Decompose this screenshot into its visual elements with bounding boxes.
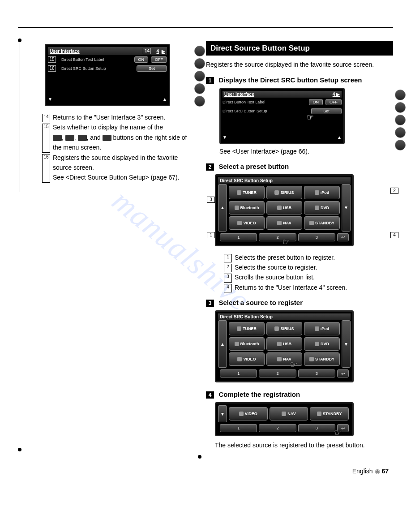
standby-icon [309, 221, 314, 225]
source-button-video[interactable]: VIDEO [229, 407, 268, 420]
timeline-dot-right [198, 455, 201, 459]
step-4: 4 Complete the registration ▼ VIDEO NAV … [206, 390, 393, 450]
side-icon[interactable] [194, 71, 205, 82]
screen-user-interface-4: User Interface 14 4 ▶ 15 Direct Button T… [45, 44, 170, 106]
source-button-tuner[interactable]: TUNER [229, 322, 265, 335]
preset-2[interactable]: 2 [259, 424, 296, 432]
source-button-nav[interactable]: NAV [266, 216, 302, 230]
scroll-down-button[interactable]: ▼ [342, 184, 351, 232]
side-icon[interactable] [194, 83, 205, 94]
return-button[interactable]: ↩ [337, 369, 349, 378]
set-button[interactable]: Set [137, 65, 167, 72]
side-icon-column [395, 90, 406, 150]
source-button-ipod[interactable]: iPod [304, 322, 340, 335]
preset-3[interactable]: 3 [298, 424, 335, 432]
screen-direct-src-setup: Direct SRC Button Setup ▲ TUNER SIRIUS i… [215, 310, 354, 382]
menu-icon [78, 135, 87, 141]
desc-2: 2Selects the source to register. [224, 262, 393, 272]
source-button-standby[interactable]: STANDBY [304, 352, 340, 366]
nav-up-icon[interactable]: ▲ [163, 97, 167, 102]
globe-icon: ◉ [375, 468, 380, 475]
source-button-bluetooth[interactable]: Bluetooth [229, 337, 265, 351]
screen-title: User Interface [224, 92, 254, 97]
side-icon[interactable] [395, 127, 406, 138]
menu-icon [53, 135, 62, 141]
left-section: User Interface 14 4 ▶ 15 Direct Button T… [20, 41, 193, 192]
num-2: 2 [224, 264, 232, 272]
side-icon[interactable] [395, 115, 406, 125]
side-icon[interactable] [194, 96, 205, 107]
nav-down-icon[interactable]: ▼ [48, 97, 52, 102]
nav-down-icon[interactable]: ▼ [223, 135, 227, 140]
tuner-icon [237, 326, 241, 331]
page-indicator: 4 [156, 49, 159, 54]
preset-3[interactable]: 3 [298, 369, 335, 378]
side-icon[interactable] [194, 46, 205, 56]
side-icon[interactable] [395, 90, 406, 100]
text-4: Returns to the "User Interface 4" screen… [235, 283, 393, 292]
label-direct-button: Direct Button Text Label [61, 57, 132, 62]
text-15: Sets whether to display the name of the … [53, 122, 193, 152]
screen-title: Direct SRC Button Setup [220, 314, 273, 319]
dvd-icon [315, 206, 319, 210]
source-button-usb[interactable]: USB [266, 201, 302, 215]
right-column: Direct Source Button Setup Registers the… [206, 41, 393, 450]
source-button-bluetooth[interactable]: Bluetooth [229, 201, 265, 215]
source-button-sirius[interactable]: SIRIUS [266, 186, 302, 199]
text-2: Selects the source to register. [235, 262, 393, 272]
preset-1[interactable]: 1 [220, 233, 257, 241]
row-direct-button-text-label: 15 Direct Button Text Label ON OFF [48, 55, 167, 64]
source-button-sirius[interactable]: SIRIUS [266, 322, 302, 335]
scroll-down-button[interactable]: ▼ [218, 405, 227, 422]
source-button-video[interactable]: VIDEO [229, 352, 265, 366]
num-14: 14 [42, 114, 50, 122]
figure-step2-screen: 3 1 2 4 Direct SRC Button Setup ▲ TUNER [215, 174, 393, 246]
off-button[interactable]: OFF [325, 99, 342, 105]
source-button-nav[interactable]: NAV [270, 407, 308, 420]
section-intro: Registers the source displayed in the fa… [206, 60, 393, 69]
side-icon[interactable] [395, 140, 406, 150]
label: Direct SRC Button Setup [223, 109, 308, 113]
menu-icon [103, 135, 111, 141]
side-icon[interactable] [194, 58, 205, 69]
source-button-video[interactable]: VIDEO [229, 216, 265, 230]
dvd-icon [315, 342, 319, 346]
scroll-down-button[interactable]: ▼ [342, 320, 351, 368]
bluetooth-icon [235, 206, 239, 210]
preset-3[interactable]: 3 [298, 233, 335, 241]
off-button[interactable]: OFF [151, 56, 167, 63]
callout-descriptions: 14 Returns to the "User Interface 3" scr… [42, 112, 193, 183]
footer-lang: English [352, 468, 373, 475]
preset-1[interactable]: 1 [220, 369, 257, 378]
on-button[interactable]: ON [134, 56, 149, 63]
text-16: Registers the source displayed in the fa… [53, 153, 193, 183]
ipod-icon [315, 190, 319, 195]
preset-2[interactable]: 2 [259, 369, 296, 378]
text-15a: Sets whether to display the name of the [53, 124, 163, 131]
step-title: Complete the registration [218, 390, 300, 398]
scroll-up-button[interactable]: ▲ [218, 184, 227, 232]
cursor-icon: ☞ [334, 428, 344, 438]
desc-1: 1Selects the preset button to register. [224, 253, 393, 262]
preset-1[interactable]: 1 [220, 424, 257, 432]
num-3: 3 [224, 274, 232, 282]
source-button-dvd[interactable]: DVD [304, 201, 340, 215]
nav-up-icon[interactable]: ▲ [337, 135, 342, 140]
return-button[interactable]: ↩ [337, 233, 349, 241]
screen-title: Direct SRC Button Setup [220, 178, 273, 183]
page-indicator: 4 [333, 92, 335, 97]
source-button-standby[interactable]: STANDBY [304, 216, 340, 230]
source-button-ipod[interactable]: iPod [304, 186, 340, 199]
source-button-usb[interactable]: USB [266, 337, 302, 351]
source-button-tuner[interactable]: TUNER [229, 186, 265, 199]
source-button-standby[interactable]: STANDBY [310, 407, 349, 420]
label-direct-src: Direct SRC Button Setup [61, 66, 134, 71]
on-button[interactable]: ON [309, 99, 323, 105]
preset-row: 1 2 3 ↩ [218, 422, 351, 434]
menu-icon [65, 135, 74, 141]
source-button-dvd[interactable]: DVD [304, 337, 340, 351]
footer-page: 67 [381, 468, 389, 475]
side-icon[interactable] [395, 102, 406, 113]
scroll-up-button[interactable]: ▲ [218, 320, 227, 368]
timeline-dot-top [18, 39, 21, 42]
